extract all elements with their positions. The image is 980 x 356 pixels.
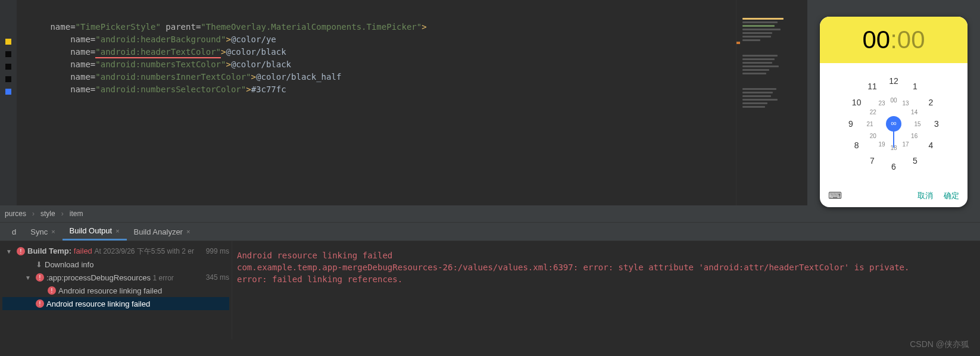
close-icon[interactable]: ×: [116, 227, 119, 235]
clock-hour[interactable]: 6: [891, 162, 896, 171]
gutter-color-blue: [5, 89, 11, 95]
editor-area: name="TimePickerStyle" parent="ThemeOver…: [0, 0, 980, 205]
close-icon[interactable]: ×: [186, 228, 190, 235]
clock-hour[interactable]: 11: [867, 82, 877, 91]
clock-hour-inner[interactable]: 17: [902, 141, 909, 148]
build-tree-item[interactable]: ▼!:app:processDebugResources 1 error345 …: [2, 271, 229, 284]
gutter: [0, 0, 17, 205]
minimap[interactable]: [736, 0, 807, 205]
minutes-display[interactable]: 00: [897, 26, 925, 54]
breadcrumb-item[interactable]: style: [40, 210, 55, 218]
cancel-button[interactable]: 取消: [917, 191, 933, 201]
close-icon[interactable]: ×: [51, 228, 55, 235]
tab-build-output[interactable]: Build Output×: [63, 223, 127, 241]
bottom-tabs: dSync×Build Output×Build Analyzer×: [0, 222, 980, 241]
clock-face[interactable]: 00 1212345678910110013141516171819202122…: [820, 63, 967, 184]
clock-hour[interactable]: 12: [889, 76, 898, 86]
clock-hour-inner[interactable]: 00: [890, 96, 897, 103]
error-line: com.example.temp.app-mergeDebugResources…: [237, 261, 975, 273]
error-line: Android resource linking failed: [237, 249, 975, 261]
clock-selector[interactable]: 00: [886, 116, 901, 132]
timepicker-dialog: 00:00 00 1212345678910110013141516171819…: [820, 17, 967, 207]
clock-hour-inner[interactable]: 16: [911, 132, 917, 139]
error-line: error: failed linking references.: [237, 273, 975, 285]
build-output[interactable]: Android resource linking failedcom.examp…: [232, 241, 980, 339]
gutter-color-blackhalf: [5, 76, 11, 82]
timepicker-header[interactable]: 00:00: [820, 17, 967, 63]
breadcrumb[interactable]: purces›style›item: [0, 205, 980, 222]
gutter-color-yellow: [5, 39, 11, 45]
clock-hour-inner[interactable]: 13: [902, 99, 909, 106]
clock-hour-inner[interactable]: 20: [870, 132, 876, 139]
build-tree-item[interactable]: !Android resource linking failed: [2, 297, 229, 310]
clock-hour-inner[interactable]: 14: [911, 108, 917, 115]
keyboard-icon[interactable]: ⌨: [828, 190, 842, 201]
ok-button[interactable]: 确定: [944, 191, 959, 201]
clock-hour-inner[interactable]: 21: [866, 120, 873, 127]
clock-hour-inner[interactable]: 23: [878, 99, 885, 106]
clock-hour-inner[interactable]: 18: [890, 144, 897, 151]
tab-build-analyzer[interactable]: Build Analyzer×: [127, 224, 198, 240]
clock-hour-inner[interactable]: 15: [914, 120, 920, 127]
tab-sync[interactable]: Sync×: [23, 224, 62, 240]
preview-panel: 00:00 00 1212345678910110013141516171819…: [807, 0, 980, 205]
gutter-color-black: [5, 64, 11, 70]
clock-hour[interactable]: 1: [913, 82, 917, 91]
clock-hour-inner[interactable]: 19: [878, 141, 885, 148]
build-panel: ▼!Build Temp: failed At 2023/9/26 下午5:55…: [0, 241, 980, 339]
gutter-color-black: [5, 51, 11, 57]
clock-hour[interactable]: 8: [854, 140, 859, 150]
build-root[interactable]: ▼!Build Temp: failed At 2023/9/26 下午5:55…: [2, 245, 229, 258]
clock-hour-inner[interactable]: 22: [870, 108, 876, 115]
clock-hour[interactable]: 3: [934, 119, 939, 129]
hours-display[interactable]: 00: [862, 26, 890, 54]
code-editor[interactable]: name="TimePickerStyle" parent="ThemeOver…: [17, 0, 736, 205]
clock-hour[interactable]: 7: [870, 156, 875, 165]
clock-hour[interactable]: 5: [913, 156, 917, 165]
clock-hour[interactable]: 2: [928, 98, 933, 107]
clock-hour[interactable]: 9: [848, 119, 853, 129]
breadcrumb-item[interactable]: item: [70, 210, 83, 218]
build-tree[interactable]: ▼!Build Temp: failed At 2023/9/26 下午5:55…: [0, 241, 232, 339]
clock-hour[interactable]: 10: [852, 98, 862, 107]
build-tree-item[interactable]: !Android resource linking failed: [2, 284, 229, 297]
breadcrumb-item[interactable]: purces: [5, 210, 26, 218]
watermark: CSDN @侠亦狐: [910, 339, 969, 350]
build-tree-item[interactable]: ⬇Download info: [2, 258, 229, 271]
clock-hour[interactable]: 4: [928, 140, 933, 150]
